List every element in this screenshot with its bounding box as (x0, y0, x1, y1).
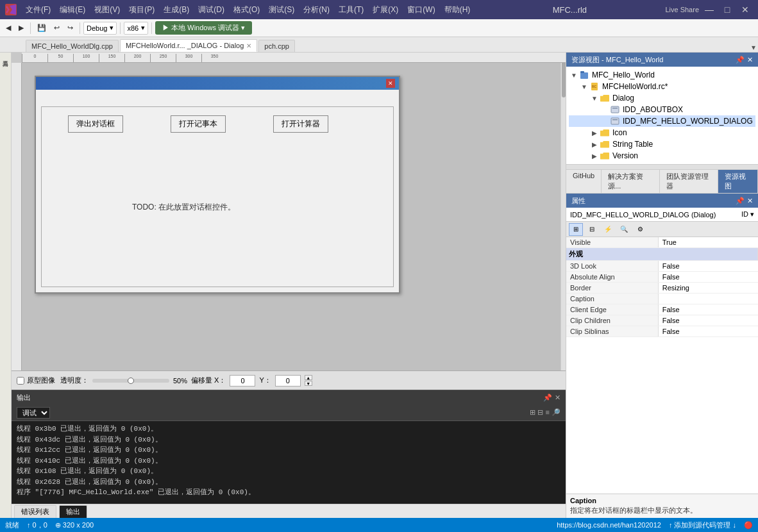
props-sort-btn[interactable]: ⊟ (585, 223, 599, 236)
run-button[interactable]: ▶ 本地 Windows 调试器 ▾ (155, 21, 252, 35)
props-value-clipsiblings[interactable]: False (658, 326, 757, 337)
transparency-slider[interactable] (92, 379, 169, 383)
prototype-checkbox[interactable] (17, 377, 24, 385)
props-settings-btn[interactable]: ⚙ (633, 223, 647, 236)
output-pin-btn[interactable]: 📌 (543, 394, 552, 402)
sidebar-toolbox[interactable]: 工具箱 (0, 53, 11, 60)
tree-stringtable-folder[interactable]: ▶ String Table (569, 138, 755, 150)
props-value-caption[interactable] (658, 294, 757, 304)
svg-text:RC: RC (592, 85, 597, 88)
tab-output[interactable]: 输出 (59, 505, 87, 518)
menu-project[interactable]: 项目(P) (125, 3, 158, 17)
menu-window[interactable]: 窗口(W) (403, 3, 439, 17)
tree-version-folder[interactable]: ▶ Version (569, 150, 755, 162)
transparency-percent: 50% (173, 377, 187, 385)
toolbar-save[interactable]: 💾 (34, 22, 49, 34)
menu-help[interactable]: 帮助(H) (441, 3, 475, 17)
output-panel-header: 输出 📌 ✕ (12, 390, 566, 404)
props-value-absalign[interactable]: False (658, 272, 757, 283)
toolbar-redo[interactable]: ↪ (64, 22, 76, 34)
status-add-source[interactable]: ↑ 添加到源代码管理 ↓ (669, 520, 736, 530)
output-line-5: 线程 0x108 已退出，返回值为 0 (0x0)。 (17, 466, 560, 477)
toolbar-back[interactable]: ◀ (3, 22, 14, 34)
rc-file-icon: RC (589, 82, 600, 91)
resource-view-panel: 资源视图 - MFC_Hello_World 📌 ✕ ▼ MFC_Hello_W… (566, 53, 758, 169)
tab-github[interactable]: GitHub (566, 170, 602, 193)
output-content[interactable]: 线程 0x3b0 已退出，返回值为 0 (0x0)。 线程 0x43dc 已退出… (12, 421, 566, 504)
minimize-button[interactable]: — (702, 3, 717, 16)
tab-list-btn[interactable]: ▾ (752, 43, 755, 52)
live-share-label[interactable]: Live Share (665, 6, 699, 13)
menu-format[interactable]: 格式(O) (230, 3, 264, 17)
props-event-btn[interactable]: ⚡ (601, 223, 615, 236)
output-close-btn[interactable]: ✕ (555, 394, 560, 402)
tree-root[interactable]: ▼ MFC_Hello_World (569, 69, 755, 81)
svg-rect-5 (612, 108, 618, 109)
resource-close-btn[interactable]: ✕ (747, 56, 753, 64)
tree-icon-folder[interactable]: ▶ Icon (569, 127, 755, 138)
svg-rect-6 (611, 118, 619, 124)
tab-pch[interactable]: pch.cpp (258, 40, 295, 52)
tab-close-dialog[interactable]: ✕ (246, 42, 251, 49)
prototype-image-check[interactable]: 原型图像 (17, 376, 55, 385)
tab-error-list[interactable]: 错误列表 (14, 505, 56, 518)
menu-extensions[interactable]: 扩展(X) (369, 3, 402, 17)
menu-build[interactable]: 生成(B) (160, 3, 193, 17)
tab-dialog-editor[interactable]: MFCHelloWorld.r... _DIALOG - Dialog ✕ (120, 39, 257, 52)
tree-main-dialog[interactable]: ▶ IDD_MFC_HELLO_WORLD_DIALOG (569, 115, 755, 127)
tree-dialog-folder[interactable]: ▼ Dialog (569, 92, 755, 104)
toolbar-undo[interactable]: ↩ (51, 22, 63, 34)
offset-spinners[interactable]: ▲ ▼ (305, 375, 312, 386)
offset-x-input[interactable] (230, 375, 255, 387)
props-label-clipsiblings: Clip Siblinas (566, 326, 658, 337)
menu-debug[interactable]: 调试(D) (194, 3, 228, 17)
menu-tools[interactable]: 工具(T) (335, 3, 367, 17)
menu-edit[interactable]: 编辑(E) (56, 3, 89, 17)
dialog-calc-btn[interactable]: 打开计算器 (273, 115, 328, 133)
status-error-icon: 🔴 (744, 521, 753, 529)
dialog-close-btn[interactable]: ✕ (386, 79, 395, 88)
tab-solution-explorer[interactable]: 解决方案资源... (602, 170, 659, 193)
props-value-visible[interactable]: True (658, 237, 757, 248)
output-source-select[interactable]: 调试 (17, 407, 50, 419)
ruler-vertical (12, 63, 22, 370)
properties-id-dropdown[interactable]: ID ▾ (741, 210, 754, 219)
debug-config-dropdown[interactable]: Debug ▾ (83, 22, 117, 35)
props-section-appearance: 外观 (566, 248, 758, 261)
tree-rc-file[interactable]: ▼ RC MFCHelloWorld.rc* (569, 81, 755, 92)
props-row-border: Border Resizing (566, 283, 758, 294)
props-grid-btn[interactable]: ⊞ (569, 223, 583, 236)
toolbar-forward[interactable]: ▶ (15, 22, 27, 34)
props-row-clipchildren: Clip Children False (566, 315, 758, 326)
tab-resource-view[interactable]: 资源视图 (718, 170, 758, 193)
platform-dropdown[interactable]: x86 ▾ (124, 22, 148, 35)
props-search-btn[interactable]: 🔍 (617, 223, 631, 236)
dialog-notepad-btn[interactable]: 打开记事本 (171, 115, 226, 133)
menu-analyze[interactable]: 分析(N) (299, 3, 333, 17)
dialog-popup-btn[interactable]: 弹出对话框 (68, 115, 123, 133)
output-line-6: 线程 0x2628 已退出，返回值为 0 (0x0)。 (17, 477, 560, 488)
maximize-button[interactable]: □ (720, 3, 735, 16)
close-button[interactable]: ✕ (737, 3, 753, 16)
menu-file[interactable]: 文件(F) (22, 3, 55, 17)
props-close-btn[interactable]: ✕ (747, 197, 753, 205)
props-pin-btn[interactable]: 📌 (736, 197, 745, 205)
editor-scrollbar-v[interactable] (560, 53, 566, 370)
spin-up[interactable]: ▲ (305, 375, 312, 380)
tree-main-dialog-label: IDD_MFC_HELLO_WORLD_DIALOG (623, 117, 753, 126)
tree-aboutbox[interactable]: ▶ IDD_ABOUTBOX (569, 104, 755, 115)
resource-pin-btn[interactable]: 📌 (736, 56, 745, 64)
props-value-clientedge[interactable]: False (658, 304, 757, 315)
tab-mfc-dlg[interactable]: MFC_Hello_WorldDlg.cpp (26, 40, 119, 52)
props-value-3dlook[interactable]: False (658, 261, 757, 272)
props-value-border[interactable]: Resizing (658, 283, 757, 294)
props-value-clipchildren[interactable]: False (658, 315, 757, 326)
menu-view[interactable]: 视图(V) (90, 3, 124, 17)
menu-test[interactable]: 测试(S) (265, 3, 298, 17)
status-right: https://blog.csdn.net/han1202012 ↑ 添加到源代… (557, 520, 753, 530)
svg-rect-1 (580, 71, 584, 73)
tab-team-explorer[interactable]: 团队资源管理器 (660, 170, 719, 193)
tree-scrollbar-h[interactable] (566, 164, 758, 169)
spin-down[interactable]: ▼ (305, 381, 312, 386)
offset-y-input[interactable] (275, 375, 301, 387)
